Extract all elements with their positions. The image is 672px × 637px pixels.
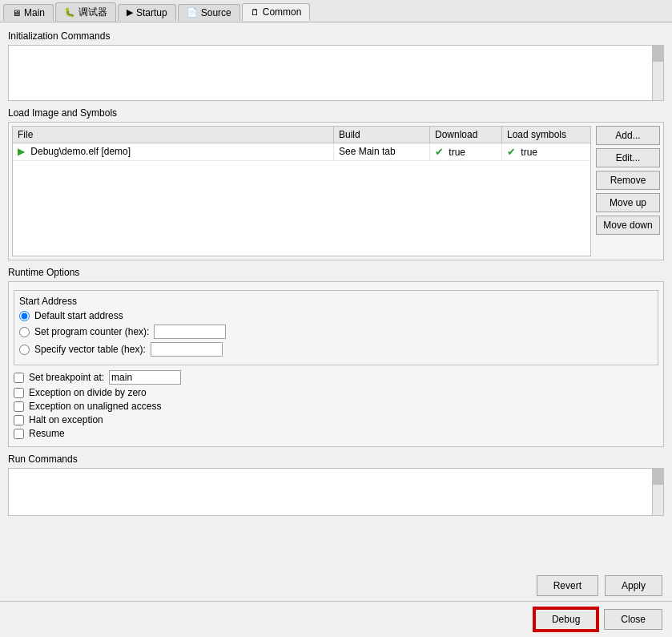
cell-load-symbols: ✔ true [502,143,590,160]
checkbox-divide-zero: Exception on divide by zero [14,387,658,398]
tab-startup-label: Startup [136,7,167,18]
breakpoint-input[interactable] [109,370,181,385]
side-buttons: Add... Edit... Remove Move up Move down [596,126,660,256]
halt-exception-checkbox[interactable] [14,415,24,425]
initialization-commands-label: Initialization Commands [8,30,664,42]
checkbox-breakpoint: Set breakpoint at: [14,370,658,385]
cell-build: See Main tab [334,143,430,160]
move-down-button[interactable]: Move down [596,216,660,235]
load-image-label: Load Image and Symbols [8,107,664,119]
scrollbar-thumb [652,46,663,62]
cell-file: ▶ Debug\demo.elf [demo] [13,143,334,160]
load-image-table: File Build Download Load symbols ▶ Debug… [12,126,591,256]
resume-checkbox[interactable] [14,429,24,439]
runtime-options-container: Start Address Default start address Set … [8,281,664,447]
tab-bar: 🖥 Main 🐛 调试器 ▶ Startup 📄 Source 🗒 Common [0,0,672,22]
close-button[interactable]: Close [604,609,662,630]
revert-button[interactable]: Revert [537,575,598,596]
file-run-icon: ▶ [18,146,25,157]
load-image-section: Load Image and Symbols File Build Downlo… [8,107,664,260]
load-image-inner: File Build Download Load symbols ▶ Debug… [12,126,660,256]
radio-program-counter-input[interactable] [19,327,30,337]
cell-download: ✔ true [430,143,502,160]
edit-button[interactable]: Edit... [596,148,660,167]
run-commands-scrollbar[interactable] [652,469,663,515]
checkbox-halt-exception: Halt on exception [14,414,658,425]
action-bar: Revert Apply [0,570,672,601]
run-commands-label: Run Commands [8,454,664,465]
tab-common[interactable]: 🗒 Common [242,3,311,21]
radio-default-start-label: Default start address [34,310,123,321]
remove-button[interactable]: Remove [596,171,660,190]
tab-source[interactable]: 📄 Source [178,4,240,21]
initialization-commands-section: Initialization Commands [8,30,664,101]
tab-main-label: Main [24,7,45,18]
tab-source-label: Source [201,7,231,18]
program-counter-field[interactable] [154,325,226,339]
run-commands-box [8,468,664,516]
symbols-value: true [521,147,537,158]
checkbox-resume: Resume [14,428,658,439]
tab-common-label: Common [263,6,302,18]
col-load-symbols: Load symbols [502,127,590,143]
breakpoint-checkbox[interactable] [14,373,24,383]
breakpoint-label: Set breakpoint at: [29,372,104,383]
initialization-commands-scrollbar[interactable] [652,46,663,100]
tab-debugger[interactable]: 🐛 调试器 [55,2,116,22]
file-name: Debug\demo.elf [demo] [30,146,131,157]
tab-startup[interactable]: ▶ Startup [118,4,176,21]
radio-vector-table-label: Specify vector table (hex): [34,344,146,355]
table-row[interactable]: ▶ Debug\demo.elf [demo] See Main tab ✔ t… [13,143,590,161]
add-button[interactable]: Add... [596,126,660,145]
move-up-button[interactable]: Move up [596,193,660,212]
start-address-label: Start Address [19,296,653,307]
resume-label: Resume [29,428,65,439]
radio-default-start: Default start address [19,310,653,321]
bottom-bar: Debug Close [0,601,672,637]
main-content: Initialization Commands Load Image and S… [0,22,672,570]
debugger-tab-icon: 🐛 [64,7,75,18]
tab-main[interactable]: 🖥 Main [3,4,54,21]
halt-exception-label: Halt on exception [29,414,103,425]
startup-tab-icon: ▶ [127,7,133,18]
checkboxes-container: Set breakpoint at: Exception on divide b… [14,370,658,439]
radio-vector-table-input[interactable] [19,345,30,355]
initialization-commands-box [8,45,664,101]
checkbox-unaligned: Exception on unaligned access [14,401,658,412]
download-check-icon: ✔ [435,146,444,158]
tab-debugger-label: 调试器 [78,6,107,19]
radio-vector-table: Specify vector table (hex): [19,342,653,357]
col-build: Build [334,127,430,143]
col-download: Download [430,127,502,143]
divide-zero-checkbox[interactable] [14,388,24,398]
start-address-box: Start Address Default start address Set … [14,290,658,365]
download-value: true [449,147,465,158]
load-image-container: File Build Download Load symbols ▶ Debug… [8,122,664,260]
vector-table-field[interactable] [151,342,223,357]
symbols-check-icon: ✔ [507,146,516,158]
runtime-options-label: Runtime Options [8,267,664,278]
run-scrollbar-thumb [652,469,663,485]
common-tab-icon: 🗒 [251,7,260,17]
initialization-commands-input[interactable] [12,49,649,97]
table-header: File Build Download Load symbols [13,127,590,143]
run-commands-section: Run Commands [8,454,664,516]
apply-button[interactable]: Apply [605,575,662,596]
divide-zero-label: Exception on divide by zero [29,387,147,398]
main-tab-icon: 🖥 [12,8,21,18]
table-body: ▶ Debug\demo.elf [demo] See Main tab ✔ t… [13,143,590,256]
unaligned-checkbox[interactable] [14,401,24,412]
runtime-options-section: Runtime Options Start Address Default st… [8,267,664,447]
run-commands-input[interactable] [9,469,652,515]
col-file: File [13,127,334,143]
source-tab-icon: 📄 [187,7,198,18]
debug-button[interactable]: Debug [534,608,598,631]
radio-program-counter-label: Set program counter (hex): [34,326,149,337]
main-window: 🖥 Main 🐛 调试器 ▶ Startup 📄 Source 🗒 Common… [0,0,672,637]
radio-program-counter: Set program counter (hex): [19,325,653,339]
unaligned-label: Exception on unaligned access [29,401,161,412]
radio-default-start-input[interactable] [19,311,30,321]
